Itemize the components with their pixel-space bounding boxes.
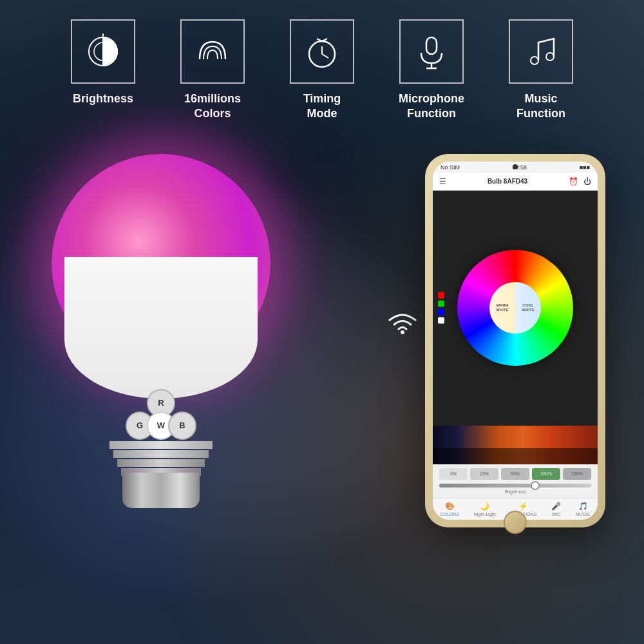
colors-icon-box — [180, 19, 245, 84]
svg-rect-8 — [426, 37, 437, 54]
colors-label: 16millions Colors — [184, 91, 241, 122]
color-wheel-center: WARMWHITE COOLWHITE — [489, 282, 541, 334]
power-icon[interactable]: ⏻ — [583, 177, 591, 186]
nav-night-light[interactable]: 🌙 Night-Light — [474, 502, 496, 516]
bulb-base — [122, 473, 200, 508]
dot-red[interactable] — [438, 292, 444, 299]
music-label: Music Function — [516, 91, 565, 122]
svg-line-5 — [322, 54, 328, 58]
rgb-circles: R G W B — [122, 389, 200, 440]
main-area: R G W B WiFi — [0, 128, 644, 540]
nav-functions-icon: ⚡ — [518, 502, 528, 511]
phone-header: ☰ Bulb 8AFD43 ⏰ ⏻ — [433, 173, 598, 191]
music-icon-box — [509, 19, 573, 84]
nav-night-icon: 🌙 — [480, 502, 489, 511]
scene-image — [433, 426, 598, 464]
bright-15-btn[interactable]: 15% — [470, 468, 498, 480]
bulb-body-lower — [64, 257, 258, 399]
microphone-label: Microphone Function — [399, 91, 464, 122]
brightness-buttons: 0% 15% 50% 100% 150% — [439, 468, 591, 480]
rgb-b: B — [168, 412, 196, 440]
features-bar: Brightness 16millions Colors — [0, 0, 644, 128]
feature-timing: Timing Mode — [277, 19, 367, 122]
nav-mic[interactable]: 🎤 MIC — [551, 502, 561, 516]
bright-0-btn[interactable]: 0% — [439, 468, 468, 480]
alarm-icon[interactable]: ⏰ — [569, 177, 578, 186]
phone-screen: No SIM 09:58 ■■■ ☰ Bulb 8AFD43 ⏰ ⏻ — [433, 162, 598, 520]
bulb-container: R G W B WiFi — [26, 141, 296, 540]
brightness-text-label: Brightness — [439, 489, 591, 494]
phone-camera — [513, 164, 518, 169]
rainbow-icon — [193, 32, 232, 71]
color-wheel-area: WARMWHITE COOLWHITE — [433, 191, 598, 426]
svg-point-11 — [531, 57, 538, 64]
timing-label: Timing Mode — [303, 91, 341, 122]
dot-green[interactable] — [438, 301, 444, 307]
nav-colors-icon: 🎨 — [445, 502, 455, 511]
svg-point-12 — [546, 53, 554, 61]
phone-header-title: Bulb 8AFD43 — [488, 178, 527, 185]
feature-microphone: Microphone Function — [386, 19, 477, 122]
svg-point-13 — [401, 330, 404, 334]
timing-icon-box — [290, 19, 354, 84]
microphone-icon — [412, 32, 451, 71]
brightness-label: Brightness — [73, 91, 133, 106]
music-icon — [522, 32, 560, 71]
wifi-icon — [386, 308, 419, 334]
phone-header-icons: ⏰ ⏻ — [569, 177, 591, 186]
bright-100-btn[interactable]: 100% — [532, 468, 560, 480]
sidebar-dots — [438, 292, 444, 324]
brightness-slider[interactable] — [439, 484, 591, 488]
cool-white-section[interactable]: COOLWHITE — [515, 282, 541, 334]
bright-150-btn[interactable]: 150% — [563, 468, 591, 480]
wifi-signal-icon — [386, 308, 419, 339]
nav-music[interactable]: 🎵 MUSIC — [576, 502, 591, 516]
brightness-icon — [84, 32, 122, 71]
dot-blue[interactable] — [438, 309, 444, 316]
brightness-slider-thumb[interactable] — [531, 481, 540, 490]
dot-white[interactable] — [438, 317, 444, 324]
nav-music-icon: 🎵 — [578, 502, 588, 511]
nav-colors[interactable]: 🎨 COLORS — [440, 502, 459, 516]
color-wheel[interactable]: WARMWHITE COOLWHITE — [457, 250, 573, 366]
nav-mic-icon: 🎤 — [551, 502, 561, 511]
microphone-icon-box — [399, 19, 464, 84]
feature-music: Music Function — [496, 19, 586, 122]
brightness-section: 0% 15% 50% 100% 150% Brightness — [433, 464, 598, 498]
bulb-thread — [109, 441, 213, 476]
warm-white-section[interactable]: WARMWHITE — [489, 282, 515, 334]
clock-icon — [303, 32, 341, 71]
brightness-icon-box — [71, 19, 135, 84]
feature-brightness: Brightness — [58, 19, 148, 106]
feature-colors: 16millions Colors — [167, 19, 258, 122]
bright-50-btn[interactable]: 50% — [501, 468, 529, 480]
phone-container: No SIM 09:58 ■■■ ☰ Bulb 8AFD43 ⏰ ⏻ — [425, 154, 605, 527]
phone-home-button[interactable] — [504, 511, 527, 534]
